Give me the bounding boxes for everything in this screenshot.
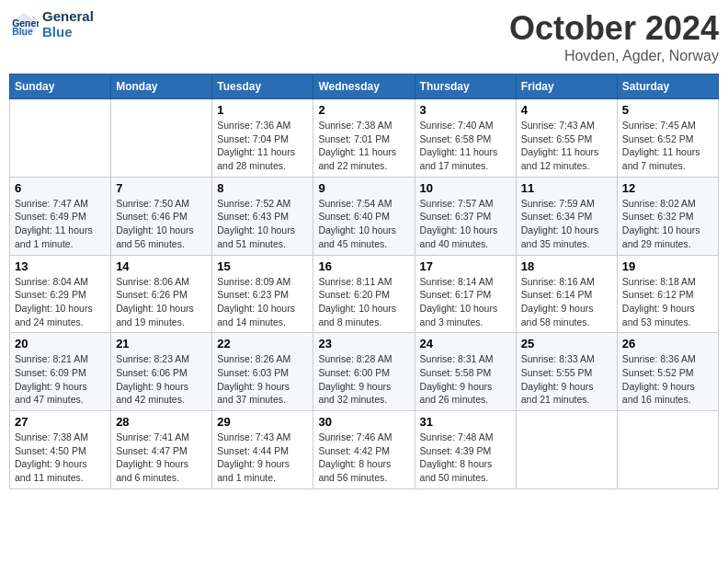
day-number: 14 xyxy=(116,259,207,273)
day-info: Sunrise: 7:38 AMSunset: 7:01 PMDaylight:… xyxy=(318,119,409,173)
sunset-text: Sunset: 6:55 PM xyxy=(521,132,612,146)
day-number: 20 xyxy=(15,337,106,350)
sunset-text: Sunset: 6:32 PM xyxy=(622,210,713,224)
daylight-text: Daylight: 11 hours and 28 minutes. xyxy=(217,145,308,172)
calendar-cell: 27Sunrise: 7:38 AMSunset: 4:50 PMDayligh… xyxy=(10,411,111,489)
sunset-text: Sunset: 6:37 PM xyxy=(420,210,511,224)
sunrise-text: Sunrise: 7:40 AM xyxy=(420,119,511,132)
day-number: 3 xyxy=(420,103,511,117)
sunset-text: Sunset: 6:00 PM xyxy=(318,366,409,380)
calendar-cell: 17Sunrise: 8:14 AMSunset: 6:17 PMDayligh… xyxy=(415,255,516,333)
sunset-text: Sunset: 6:14 PM xyxy=(521,288,612,302)
day-number: 31 xyxy=(420,415,511,429)
sunset-text: Sunset: 6:46 PM xyxy=(116,210,207,224)
calendar-cell: 20Sunrise: 8:21 AMSunset: 6:09 PMDayligh… xyxy=(10,333,111,411)
day-number: 18 xyxy=(521,259,612,273)
day-info: Sunrise: 8:18 AMSunset: 6:12 PMDaylight:… xyxy=(622,275,713,329)
calendar-cell xyxy=(111,99,212,178)
sunset-text: Sunset: 6:06 PM xyxy=(116,366,207,380)
calendar-cell: 18Sunrise: 8:16 AMSunset: 6:14 PMDayligh… xyxy=(516,255,617,333)
day-number: 24 xyxy=(420,337,511,350)
day-info: Sunrise: 8:11 AMSunset: 6:20 PMDaylight:… xyxy=(318,275,409,329)
calendar-week-1: 1Sunrise: 7:36 AMSunset: 7:04 PMDaylight… xyxy=(10,99,719,178)
sunrise-text: Sunrise: 8:21 AM xyxy=(15,352,106,366)
sunset-text: Sunset: 6:49 PM xyxy=(15,210,106,224)
sunrise-text: Sunrise: 8:28 AM xyxy=(318,352,409,366)
daylight-text: Daylight: 8 hours and 50 minutes. xyxy=(420,457,511,484)
day-number: 5 xyxy=(622,103,713,117)
sunrise-text: Sunrise: 7:57 AM xyxy=(420,197,511,211)
calendar-cell: 22Sunrise: 8:26 AMSunset: 6:03 PMDayligh… xyxy=(212,333,313,411)
calendar-cell: 6Sunrise: 7:47 AMSunset: 6:49 PMDaylight… xyxy=(10,177,111,255)
day-number: 9 xyxy=(318,181,409,195)
day-number: 22 xyxy=(217,337,308,350)
column-header-wednesday: Wednesday xyxy=(313,75,415,99)
calendar-cell: 23Sunrise: 8:28 AMSunset: 6:00 PMDayligh… xyxy=(313,333,415,411)
calendar-cell xyxy=(617,411,718,489)
calendar-cell: 31Sunrise: 7:48 AMSunset: 4:39 PMDayligh… xyxy=(415,411,516,489)
sunset-text: Sunset: 7:01 PM xyxy=(318,132,409,146)
daylight-text: Daylight: 10 hours and 8 minutes. xyxy=(318,302,409,328)
day-number: 27 xyxy=(15,415,106,429)
calendar-week-3: 13Sunrise: 8:04 AMSunset: 6:29 PMDayligh… xyxy=(10,255,719,333)
day-info: Sunrise: 8:21 AMSunset: 6:09 PMDaylight:… xyxy=(15,352,106,407)
sunrise-text: Sunrise: 7:52 AM xyxy=(217,197,308,211)
sunrise-text: Sunrise: 8:26 AM xyxy=(217,352,308,366)
day-number: 17 xyxy=(420,259,511,273)
day-info: Sunrise: 8:23 AMSunset: 6:06 PMDaylight:… xyxy=(116,352,207,407)
day-number: 26 xyxy=(622,337,713,350)
sunrise-text: Sunrise: 7:43 AM xyxy=(217,431,308,444)
daylight-text: Daylight: 10 hours and 19 minutes. xyxy=(116,302,207,328)
day-info: Sunrise: 8:04 AMSunset: 6:29 PMDaylight:… xyxy=(15,275,106,329)
sunset-text: Sunset: 4:50 PM xyxy=(15,444,106,458)
sunset-text: Sunset: 7:04 PM xyxy=(217,132,308,146)
daylight-text: Daylight: 9 hours and 42 minutes. xyxy=(116,380,207,407)
calendar-cell xyxy=(516,411,617,489)
month-title: October 2024 xyxy=(509,9,719,48)
daylight-text: Daylight: 9 hours and 58 minutes. xyxy=(521,302,612,328)
sunrise-text: Sunrise: 8:02 AM xyxy=(622,197,713,211)
day-info: Sunrise: 8:31 AMSunset: 5:58 PMDaylight:… xyxy=(420,352,511,407)
calendar-week-5: 27Sunrise: 7:38 AMSunset: 4:50 PMDayligh… xyxy=(10,411,719,489)
sunrise-text: Sunrise: 8:16 AM xyxy=(521,275,612,289)
sunset-text: Sunset: 6:58 PM xyxy=(420,132,511,146)
sunset-text: Sunset: 6:26 PM xyxy=(116,288,207,302)
sunset-text: Sunset: 6:23 PM xyxy=(217,288,308,302)
sunrise-text: Sunrise: 7:38 AM xyxy=(15,431,106,444)
calendar-cell: 10Sunrise: 7:57 AMSunset: 6:37 PMDayligh… xyxy=(415,177,516,255)
sunrise-text: Sunrise: 8:06 AM xyxy=(116,275,207,289)
day-number: 8 xyxy=(217,181,308,195)
sunset-text: Sunset: 5:55 PM xyxy=(521,366,612,380)
day-number: 23 xyxy=(318,337,409,350)
calendar-week-4: 20Sunrise: 8:21 AMSunset: 6:09 PMDayligh… xyxy=(10,333,719,411)
sunset-text: Sunset: 6:03 PM xyxy=(217,366,308,380)
daylight-text: Daylight: 10 hours and 14 minutes. xyxy=(217,302,308,328)
sunset-text: Sunset: 6:09 PM xyxy=(15,366,106,380)
calendar-cell: 4Sunrise: 7:43 AMSunset: 6:55 PMDaylight… xyxy=(516,99,617,178)
sunrise-text: Sunrise: 8:36 AM xyxy=(622,352,713,366)
daylight-text: Daylight: 9 hours and 11 minutes. xyxy=(15,457,106,484)
calendar-cell: 9Sunrise: 7:54 AMSunset: 6:40 PMDaylight… xyxy=(313,177,415,255)
day-number: 21 xyxy=(116,337,207,350)
sunrise-text: Sunrise: 8:31 AM xyxy=(420,352,511,366)
day-info: Sunrise: 7:45 AMSunset: 6:52 PMDaylight:… xyxy=(622,119,713,173)
calendar-table: SundayMondayTuesdayWednesdayThursdayFrid… xyxy=(9,74,719,489)
sunrise-text: Sunrise: 8:33 AM xyxy=(521,352,612,366)
daylight-text: Daylight: 10 hours and 3 minutes. xyxy=(420,302,511,328)
day-info: Sunrise: 8:26 AMSunset: 6:03 PMDaylight:… xyxy=(217,352,308,407)
calendar-cell: 12Sunrise: 8:02 AMSunset: 6:32 PMDayligh… xyxy=(617,177,718,255)
sunrise-text: Sunrise: 7:47 AM xyxy=(15,197,106,211)
title-block: October 2024 Hovden, Agder, Norway xyxy=(509,9,719,64)
sunrise-text: Sunrise: 7:46 AM xyxy=(318,431,409,444)
day-info: Sunrise: 7:57 AMSunset: 6:37 PMDaylight:… xyxy=(420,197,511,251)
sunrise-text: Sunrise: 8:14 AM xyxy=(420,275,511,289)
daylight-text: Daylight: 10 hours and 51 minutes. xyxy=(217,224,308,250)
daylight-text: Daylight: 9 hours and 53 minutes. xyxy=(622,302,713,328)
calendar-cell: 8Sunrise: 7:52 AMSunset: 6:43 PMDaylight… xyxy=(212,177,313,255)
day-number: 25 xyxy=(521,337,612,350)
daylight-text: Daylight: 11 hours and 22 minutes. xyxy=(318,145,409,172)
column-header-friday: Friday xyxy=(516,75,617,99)
calendar-cell: 28Sunrise: 7:41 AMSunset: 4:47 PMDayligh… xyxy=(111,411,212,489)
daylight-text: Daylight: 9 hours and 6 minutes. xyxy=(116,457,207,484)
sunset-text: Sunset: 6:29 PM xyxy=(15,288,106,302)
